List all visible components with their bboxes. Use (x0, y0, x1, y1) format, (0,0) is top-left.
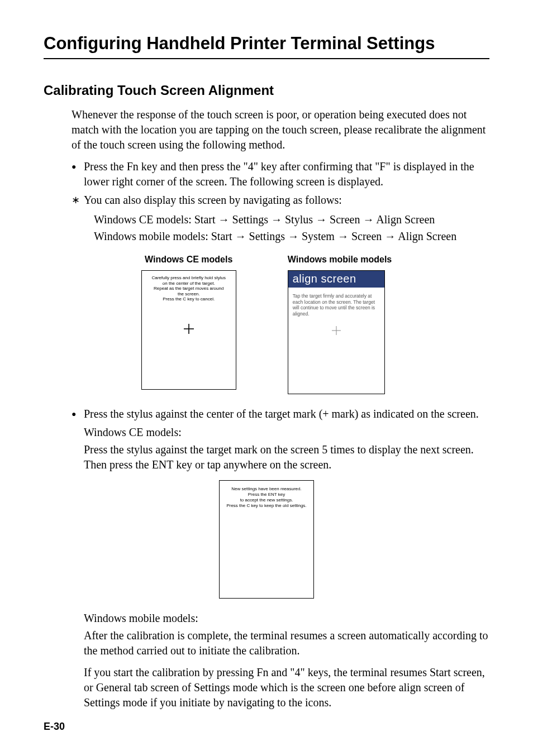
bullet-dot-icon: ● (72, 406, 84, 422)
arrow-right-icon: → (384, 230, 396, 242)
screen-text: Press the C key to cancel. (144, 296, 234, 302)
chapter-title: Configuring Handheld Printer Terminal Se… (44, 34, 489, 59)
mobile-align-screen: align screen Tap the target firmly and a… (288, 270, 385, 394)
nav-path-mobile: Windows mobile models: Start → Settings … (94, 228, 489, 245)
arrow-right-icon: → (235, 230, 246, 242)
screen-text: on the center of the target. (144, 281, 234, 286)
arrow-right-icon: → (271, 213, 282, 226)
ce-models-text: Press the stylus against the target mark… (84, 442, 489, 472)
screen-text: New settings have been measured. (222, 486, 311, 492)
ce-align-screen: Carefully press and briefly hold stylus … (141, 270, 236, 390)
arrow-right-icon: → (288, 230, 299, 242)
screen-text: Repeat as the target moves around (144, 286, 234, 291)
nav-text: Settings (246, 230, 288, 242)
screen-text: Carefully press and briefly hold stylus (144, 275, 234, 281)
ce-result-screen: New settings have been measured. Press t… (219, 480, 314, 599)
figures-row: Windows CE models Carefully press and br… (44, 255, 489, 394)
nav-text: Align Screen (374, 213, 435, 226)
arrow-right-icon: → (363, 213, 374, 226)
bullet-step-2: ● Press the stylus against the center of… (72, 406, 489, 422)
mobile-models-label: Windows mobile models: (84, 611, 489, 626)
bullet-text: Press the stylus against the center of t… (84, 406, 479, 422)
figure-ce-label: Windows CE models (141, 255, 236, 265)
intro-paragraph: Whenever the response of the touch scree… (72, 107, 489, 152)
nav-text: Stylus (282, 213, 316, 226)
figure-mobile: Windows mobile models align screen Tap t… (288, 255, 392, 394)
nav-text: Windows CE models: Start (94, 213, 218, 226)
asterisk-icon: ∗ (72, 193, 84, 208)
screen-text: to accept the new settings. (222, 497, 311, 503)
screen-text: Press the C key to keep the old settings… (222, 503, 311, 509)
screen-text: the screen. (144, 291, 234, 297)
calibration-target-icon (288, 326, 384, 338)
figure-ce: Windows CE models Carefully press and br… (141, 255, 236, 394)
bullet-step-1: ● Press the Fn key and then press the "4… (72, 159, 489, 189)
star-text: You can also display this screen by navi… (84, 193, 342, 208)
page-number: E-30 (44, 721, 65, 733)
screen-text: Press the ENT key (222, 492, 311, 497)
mobile-titlebar: align screen (288, 271, 384, 288)
mobile-instructions: Tap the target firmly and accurately at … (288, 288, 384, 323)
mobile-models-text-1: After the calibration is complete, the t… (84, 628, 489, 658)
arrow-right-icon: → (337, 230, 349, 242)
arrow-right-icon: → (218, 213, 230, 226)
nav-text: Screen (327, 213, 363, 226)
nav-text: Windows mobile models: Start (94, 230, 235, 242)
arrow-right-icon: → (316, 213, 327, 226)
section-title: Calibrating Touch Screen Alignment (44, 83, 489, 98)
nav-text: Settings (230, 213, 271, 226)
star-note: ∗ You can also display this screen by na… (72, 193, 489, 208)
ce-models-label: Windows CE models: (84, 425, 489, 440)
mobile-models-text-2: If you start the calibration by pressing… (84, 665, 489, 710)
nav-text: Align Screen (396, 230, 456, 242)
nav-text: Screen (349, 230, 384, 242)
bullet-dot-icon: ● (72, 159, 84, 189)
bullet-text: Press the Fn key and then press the "4" … (84, 159, 489, 189)
calibration-target-icon (184, 324, 194, 336)
figure-mobile-label: Windows mobile models (288, 255, 392, 265)
nav-path-ce: Windows CE models: Start → Settings → St… (94, 211, 489, 228)
nav-text: System (299, 230, 337, 242)
